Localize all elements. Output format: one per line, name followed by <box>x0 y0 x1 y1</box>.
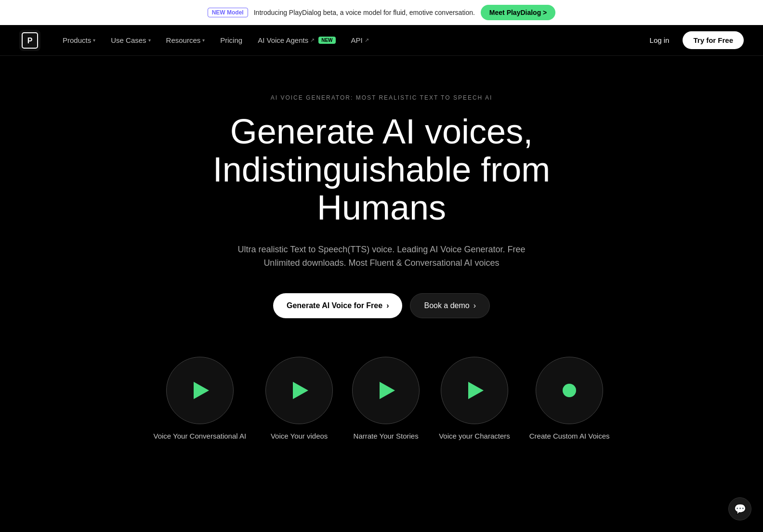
svg-text:P: P <box>27 37 33 45</box>
nav-actions: Log in Try for Free <box>644 31 744 49</box>
hero-buttons: Generate AI Voice for Free › Book a demo… <box>10 293 753 318</box>
try-for-free-button[interactable]: Try for Free <box>683 31 744 49</box>
new-badge: NEW <box>318 37 335 44</box>
nav-item-resources[interactable]: Resources ▾ <box>159 32 212 48</box>
play-circle-videos[interactable] <box>265 357 333 424</box>
play-icon-characters <box>468 382 484 399</box>
login-button[interactable]: Log in <box>644 32 675 48</box>
voice-card-videos[interactable]: Voice Your videos <box>265 357 333 440</box>
voice-card-stories[interactable]: Narrate Your Stories <box>352 357 420 440</box>
hero-title-line2: Indistinguishable from <box>213 150 550 189</box>
api-ext-icon: ↗ <box>365 37 369 43</box>
book-demo-button[interactable]: Book a demo › <box>410 293 490 318</box>
products-chevron-icon: ▾ <box>93 38 95 43</box>
logo[interactable]: P <box>19 30 40 51</box>
card-label-characters: Voice your Characters <box>439 432 510 440</box>
play-circle-conversational[interactable] <box>166 357 234 424</box>
voice-card-conversational[interactable]: Voice Your Conversational AI <box>154 357 247 440</box>
nav-item-ai-voice-agents[interactable]: AI Voice Agents ↗ NEW <box>251 32 342 48</box>
chat-widget[interactable]: 💬 <box>728 497 751 520</box>
nav-links: Products ▾ Use Cases ▾ Resources ▾ Prici… <box>56 32 644 48</box>
resources-chevron-icon: ▾ <box>202 38 205 43</box>
ai-voice-agents-ext-icon: ↗ <box>310 37 315 43</box>
voice-card-characters[interactable]: Voice your Characters <box>439 357 510 440</box>
play-circle-custom[interactable] <box>536 357 603 424</box>
announcement-bar: NEW Model Introducing PlayDialog beta, a… <box>0 0 763 25</box>
card-label-conversational: Voice Your Conversational AI <box>154 432 247 440</box>
play-circle-characters[interactable] <box>441 357 508 424</box>
new-model-badge: NEW Model <box>208 8 248 17</box>
announcement-text: Introducing PlayDialog beta, a voice mod… <box>254 9 475 16</box>
hero-title-line3: Humans <box>317 188 446 227</box>
card-label-videos: Voice Your videos <box>271 432 328 440</box>
secondary-arrow-icon: › <box>474 301 476 310</box>
voice-cards: Voice Your Conversational AI Voice Your … <box>10 357 753 440</box>
logo-icon: P <box>19 30 40 51</box>
nav-item-products[interactable]: Products ▾ <box>56 32 102 48</box>
chat-icon: 💬 <box>734 503 746 515</box>
nav-item-pricing[interactable]: Pricing <box>213 32 249 48</box>
primary-arrow-icon: › <box>386 301 389 310</box>
play-icon-videos <box>293 382 308 399</box>
use-cases-chevron-icon: ▾ <box>148 38 151 43</box>
play-icon-stories <box>380 382 395 399</box>
hero-eyebrow: AI VOICE GENERATOR: MOST REALISTIC TEXT … <box>10 94 753 101</box>
nav-item-api[interactable]: API ↗ <box>344 32 376 48</box>
card-label-stories: Narrate Your Stories <box>354 432 419 440</box>
record-dot-icon <box>563 384 576 397</box>
navbar: P Products ▾ Use Cases ▾ Resources ▾ Pri… <box>0 25 763 56</box>
play-circle-stories[interactable] <box>352 357 420 424</box>
nav-item-use-cases[interactable]: Use Cases ▾ <box>104 32 157 48</box>
hero-section: AI VOICE GENERATOR: MOST REALISTIC TEXT … <box>0 56 763 469</box>
hero-title: Generate AI voices, Indistinguishable fr… <box>165 113 598 227</box>
meet-playdialog-button[interactable]: Meet PlayDialog > <box>481 5 555 20</box>
hero-title-line1: Generate AI voices, <box>230 112 533 151</box>
card-label-custom: Create Custom AI Voices <box>529 432 610 440</box>
voice-card-custom[interactable]: Create Custom AI Voices <box>529 357 610 440</box>
play-icon-conversational <box>194 382 209 399</box>
hero-subtitle: Ultra realistic Text to Speech(TTS) voic… <box>237 243 526 271</box>
generate-voice-button[interactable]: Generate AI Voice for Free › <box>273 293 403 318</box>
